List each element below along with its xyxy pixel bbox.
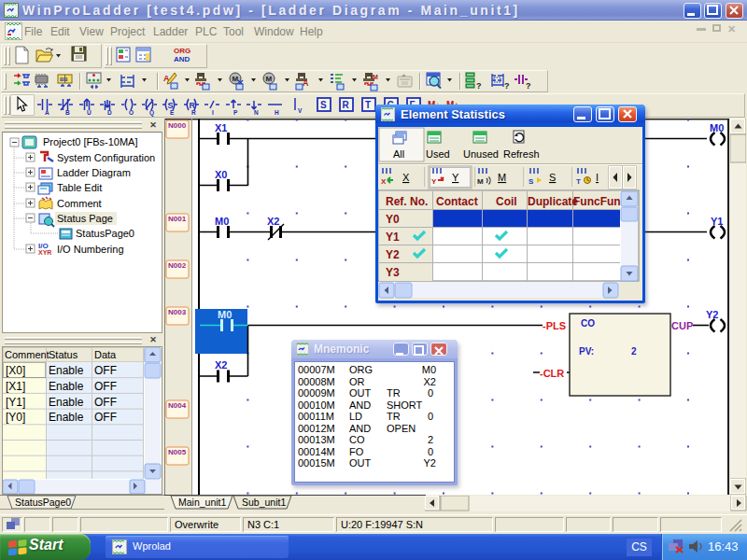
svg-text:Enable: Enable: [49, 396, 84, 409]
svg-text:N001: N001: [168, 215, 187, 223]
svg-text:?: ?: [504, 81, 510, 91]
svg-text:Comment: Comment: [57, 198, 102, 209]
svg-text:All: All: [393, 148, 404, 160]
svg-text:Y3: Y3: [386, 266, 400, 279]
svg-text:Y2: Y2: [706, 309, 718, 320]
svg-text:M: M: [266, 75, 273, 83]
svg-text:OFF: OFF: [94, 396, 117, 409]
svg-text:Enable: Enable: [49, 364, 84, 377]
svg-text:[X1]: [X1]: [6, 380, 25, 393]
svg-text:[X0]: [X0]: [6, 364, 25, 377]
svg-text:Coil: Coil: [496, 195, 517, 208]
svg-text:Main_unit1: Main_unit1: [178, 497, 227, 508]
svg-text:Status: Status: [49, 349, 78, 360]
svg-text:M: M: [373, 74, 378, 80]
svg-text:Y1: Y1: [386, 231, 400, 244]
svg-text:FuncFun: FuncFun: [573, 195, 621, 208]
svg-text:R: R: [191, 109, 196, 116]
svg-text:StatusPage0: StatusPage0: [15, 497, 71, 508]
svg-text:Table Edit: Table Edit: [57, 182, 102, 193]
svg-text:2: 2: [631, 346, 637, 357]
svg-text:CO: CO: [581, 318, 595, 329]
svg-text:OFF: OFF: [94, 411, 117, 424]
svg-text:I/O Numbering: I/O Numbering: [57, 244, 124, 255]
svg-text:H: H: [275, 109, 279, 116]
svg-text:X1: X1: [215, 122, 227, 133]
svg-text:E: E: [170, 109, 175, 116]
svg-text:S: S: [168, 101, 174, 110]
svg-text:S: S: [320, 100, 327, 110]
svg-text:Duplicate: Duplicate: [528, 195, 578, 208]
svg-text:M: M: [477, 177, 484, 186]
svg-text:XYR: XYR: [38, 249, 51, 256]
svg-text:X: X: [402, 172, 410, 183]
svg-text:PV:: PV:: [579, 346, 594, 357]
svg-text:Y2: Y2: [386, 248, 400, 261]
svg-text:S: S: [549, 172, 556, 183]
svg-text:Sub_unit1: Sub_unit1: [242, 497, 286, 508]
svg-text:Enable: Enable: [49, 380, 84, 393]
svg-text:X0: X0: [215, 169, 227, 180]
svg-text:S: S: [529, 177, 534, 186]
svg-text:Y0: Y0: [386, 213, 400, 226]
svg-text:Used: Used: [426, 148, 450, 160]
svg-text:N004: N004: [168, 401, 187, 410]
svg-text:N: N: [254, 109, 259, 116]
svg-text:M0: M0: [215, 216, 229, 227]
svg-text:BB: BB: [60, 77, 68, 82]
svg-text:M0: M0: [218, 309, 232, 320]
svg-text:V: V: [298, 107, 303, 114]
svg-text:R: R: [343, 100, 350, 110]
svg-text:Contact: Contact: [436, 195, 478, 208]
svg-text:U: U: [87, 109, 92, 116]
svg-text:[Y1]: [Y1]: [6, 396, 25, 409]
svg-text:?: ?: [526, 81, 531, 91]
svg-text:AND: AND: [174, 55, 190, 63]
svg-text:N003: N003: [168, 308, 187, 316]
svg-text:N002: N002: [168, 261, 187, 270]
svg-text:Y: Y: [452, 172, 459, 183]
svg-text:CUP: CUP: [671, 320, 693, 331]
svg-text:ORG: ORG: [174, 47, 190, 55]
svg-text:X2: X2: [215, 359, 227, 371]
svg-text:B: B: [65, 109, 70, 116]
svg-text:Status Page: Status Page: [57, 213, 113, 224]
svg-text:Data: Data: [94, 349, 117, 360]
svg-text:Ref. No.: Ref. No.: [386, 195, 428, 208]
svg-text:Q: Q: [149, 109, 154, 117]
svg-text:A: A: [303, 78, 309, 88]
svg-text:-PLS: -PLS: [543, 320, 566, 331]
svg-text:A: A: [45, 109, 49, 116]
svg-text:M0: M0: [710, 122, 724, 133]
svg-text:D: D: [107, 109, 112, 116]
svg-text:R: R: [190, 101, 196, 110]
svg-text:T: T: [576, 177, 581, 186]
svg-text:T: T: [365, 100, 371, 110]
svg-text:Unused: Unused: [463, 148, 499, 160]
svg-text:M: M: [498, 172, 506, 183]
svg-text:Enable: Enable: [49, 411, 84, 424]
svg-text:M: M: [233, 75, 239, 83]
svg-text:Y: Y: [431, 177, 437, 186]
svg-text:[Y0]: [Y0]: [6, 411, 25, 424]
svg-text:X2: X2: [267, 216, 279, 227]
svg-text:System Configuration: System Configuration: [57, 152, 155, 163]
svg-text:X: X: [381, 177, 387, 186]
svg-text:-CLR: -CLR: [540, 368, 564, 379]
svg-text:Comment: Comment: [5, 349, 49, 360]
svg-text:N005: N005: [168, 448, 187, 456]
svg-text:N000: N000: [168, 121, 187, 130]
svg-text:StatusPage0: StatusPage0: [76, 228, 134, 239]
svg-text:OFF: OFF: [94, 380, 117, 393]
svg-text:Refresh: Refresh: [503, 148, 540, 160]
svg-text:Ladder Diagram: Ladder Diagram: [57, 167, 131, 178]
svg-text:O: O: [129, 109, 134, 116]
svg-text:OFF: OFF: [94, 364, 117, 377]
svg-text:I: I: [212, 109, 214, 116]
svg-text:Y1: Y1: [711, 216, 723, 227]
svg-text:?: ?: [476, 81, 482, 91]
svg-text:P: P: [233, 109, 238, 116]
svg-text:I: I: [596, 172, 599, 183]
svg-text:Project0 [FBs-10MA]: Project0 [FBs-10MA]: [43, 136, 137, 147]
